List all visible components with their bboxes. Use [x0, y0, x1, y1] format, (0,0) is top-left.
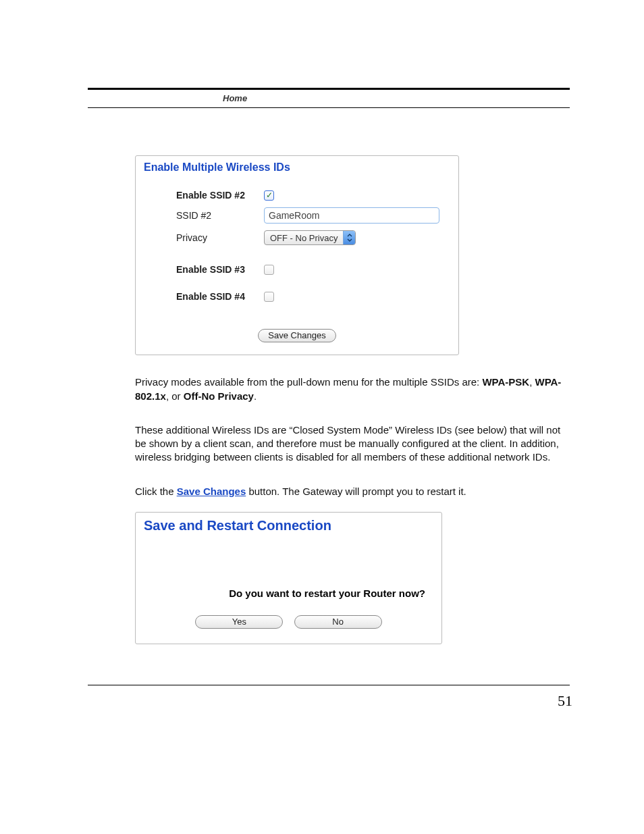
save-restart-panel: Save and Restart Connection Do you want …: [135, 512, 442, 644]
save-changes-link[interactable]: Save Changes: [177, 486, 246, 497]
click-save-paragraph: Click the Save Changes button. The Gatew…: [135, 485, 567, 498]
ssid2-input[interactable]: [264, 207, 439, 224]
privacy-label: Privacy: [176, 232, 264, 243]
enable-ssid4-checkbox[interactable]: ✓: [264, 292, 274, 302]
closed-system-paragraph: These additional Wireless IDs are “Close…: [135, 423, 567, 465]
enable-ssid2-label: Enable SSID #2: [176, 190, 264, 201]
privacy-modes-paragraph: Privacy modes available from the pull-do…: [135, 375, 567, 403]
panel-title: Enable Multiple Wireless IDs: [144, 161, 452, 174]
yes-button[interactable]: Yes: [195, 615, 283, 629]
enable-ssid3-label: Enable SSID #3: [176, 264, 264, 275]
restart-prompt: Do you want to restart your Router now?: [142, 588, 425, 599]
enable-ssid3-checkbox[interactable]: ✓: [264, 265, 274, 275]
updown-icon: [343, 231, 355, 244]
enable-ssid2-checkbox[interactable]: ✓: [264, 190, 274, 201]
enable-wireless-ids-panel: Enable Multiple Wireless IDs Enable SSID…: [135, 155, 459, 355]
no-button[interactable]: No: [294, 615, 382, 629]
save-changes-button[interactable]: Save Changes: [258, 329, 336, 342]
panel2-title: Save and Restart Connection: [144, 518, 435, 533]
privacy-select[interactable]: OFF - No Privacy: [264, 230, 356, 245]
privacy-select-value: OFF - No Privacy: [265, 232, 343, 244]
page-number: 51: [88, 692, 572, 710]
page-header: Home: [88, 90, 570, 107]
enable-ssid4-label: Enable SSID #4: [176, 291, 264, 302]
ssid2-label: SSID #2: [176, 210, 264, 221]
